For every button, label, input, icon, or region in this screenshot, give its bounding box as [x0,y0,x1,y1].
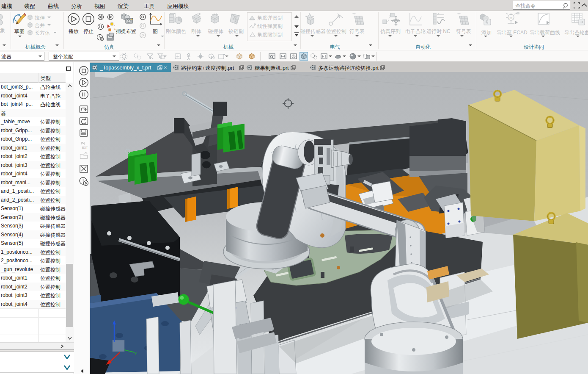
svg-text:M: M [510,16,513,20]
svg-text:Y: Y [135,352,137,356]
svg-text:EXT: EXT [82,146,88,149]
